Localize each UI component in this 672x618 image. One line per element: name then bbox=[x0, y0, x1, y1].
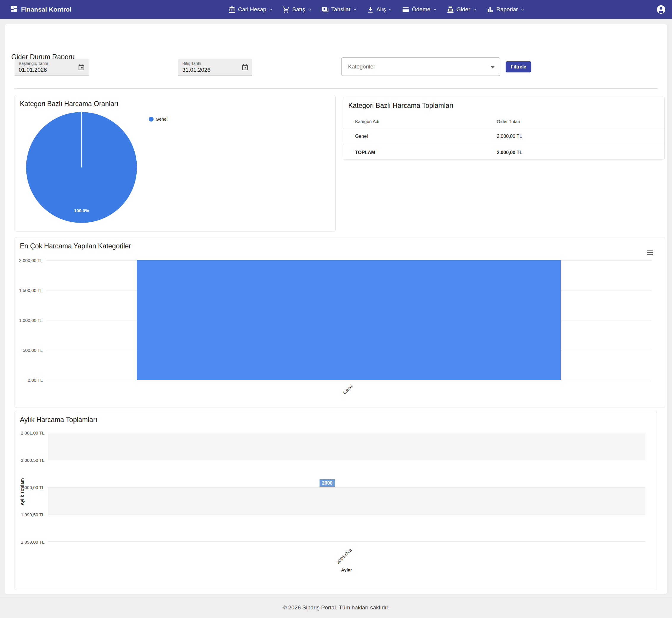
payments-icon bbox=[321, 6, 329, 13]
chevron-down-icon bbox=[473, 7, 477, 12]
table-cell: 2.000,00 TL bbox=[497, 134, 664, 139]
line-chart-title: Aylık Harcama Toplamları bbox=[20, 416, 97, 424]
category-totals-table: Kategori Adı Gider Tutarı Genel 2.000,00… bbox=[343, 115, 664, 161]
categories-placeholder: Kategoriler bbox=[348, 64, 375, 70]
nav-item-label: Tahsilat bbox=[331, 6, 350, 13]
category-totals-card: Kategori Bazlı Harcama Toplamları Katego… bbox=[343, 97, 665, 160]
calendar-icon[interactable] bbox=[78, 64, 85, 71]
credit-card-icon bbox=[402, 6, 409, 13]
plot-band bbox=[48, 487, 645, 515]
start-date-field[interactable]: Başlangıç Tarihi 01.01.2026 bbox=[14, 59, 89, 76]
category-totals-title: Kategori Bazlı Harcama Toplamları bbox=[348, 102, 454, 110]
y-axis-title: Aylık Toplam bbox=[19, 478, 25, 505]
column-header: Kategori Adı bbox=[343, 119, 497, 124]
y-axis-tick: 1.000,00 TL bbox=[15, 318, 43, 323]
data-point-label[interactable]: 2000 bbox=[319, 479, 335, 487]
nav-item-cari-hesap[interactable]: Cari Hesap bbox=[228, 6, 273, 13]
nav-menu: Cari Hesap Satış Tahsilat Alış Ödeme Gid… bbox=[228, 0, 525, 19]
end-date-field[interactable]: Bitiş Tarihi 31.01.2026 bbox=[178, 59, 252, 76]
nav-item-label: Alış bbox=[376, 6, 386, 13]
end-date-label: Bitiş Tarihi bbox=[182, 61, 248, 66]
table-cell: Genel bbox=[343, 134, 497, 139]
line-chart-card: Aylık Harcama Toplamları Aylık Toplam 20… bbox=[14, 411, 657, 590]
dashboard-icon bbox=[10, 5, 18, 14]
legend-label: Genel bbox=[156, 116, 168, 121]
nav-item-raporlar[interactable]: Raporlar bbox=[486, 6, 525, 13]
account-circle-icon[interactable] bbox=[656, 4, 666, 14]
nav-item-alis[interactable]: Alış bbox=[367, 6, 393, 13]
start-date-value: 01.01.2026 bbox=[19, 67, 85, 73]
filter-button[interactable]: Filtrele bbox=[506, 61, 531, 72]
pie-chart-title: Kategori Bazlı Harcama Oranları bbox=[20, 100, 118, 108]
pie-chart-card: Kategori Bazlı Harcama Oranları 100.0% G… bbox=[14, 95, 335, 231]
y-axis-tick: 1.500,00 TL bbox=[15, 288, 43, 293]
plot-band bbox=[48, 433, 645, 460]
main-content: Gider Durum Raporu Başlangıç Tarihi 01.0… bbox=[5, 24, 667, 595]
bar-genel[interactable] bbox=[137, 260, 561, 380]
table-total-value: 2.000,00 TL bbox=[497, 150, 664, 155]
y-axis-tick: 0,00 TL bbox=[15, 378, 43, 383]
nav-item-label: Satış bbox=[292, 6, 305, 13]
x-axis-tick: Genel bbox=[329, 383, 354, 408]
y-axis-tick: 500,00 TL bbox=[15, 348, 43, 353]
table-total-label: TOPLAM bbox=[343, 150, 497, 155]
section-divider bbox=[14, 88, 658, 89]
download-icon bbox=[367, 6, 374, 13]
pie-slice-label: 100.0% bbox=[67, 208, 96, 213]
y-axis-tick: 2.000,00 TL bbox=[15, 485, 44, 490]
legend-dot bbox=[149, 117, 154, 121]
nav-item-tahsilat[interactable]: Tahsilat bbox=[321, 6, 357, 13]
x-axis-line bbox=[48, 541, 645, 542]
table-row: Genel 2.000,00 TL bbox=[343, 128, 664, 144]
nav-item-label: Ödeme bbox=[412, 6, 430, 13]
dropdown-arrow-icon bbox=[491, 66, 495, 69]
nav-item-odeme[interactable]: Ödeme bbox=[402, 6, 437, 13]
categories-select[interactable]: Kategoriler bbox=[341, 58, 500, 76]
y-axis-tick: 2.000,00 TL bbox=[15, 258, 43, 263]
nav-item-label: Cari Hesap bbox=[238, 6, 266, 13]
bar-chart-icon bbox=[486, 6, 494, 13]
chevron-down-icon bbox=[388, 7, 392, 12]
nav-item-label: Raporlar bbox=[496, 6, 518, 13]
y-axis-tick: 1.999,00 TL bbox=[15, 539, 44, 544]
y-axis-tick: 2.000,50 TL bbox=[15, 457, 44, 463]
chevron-down-icon bbox=[433, 7, 437, 12]
pie-legend: Genel bbox=[149, 116, 168, 121]
footer: © 2026 Sipariş Portal. Tüm hakları saklı… bbox=[0, 596, 672, 618]
nav-item-label: Gider bbox=[457, 6, 470, 13]
chevron-down-icon bbox=[307, 7, 312, 12]
pos-icon bbox=[447, 6, 454, 13]
chevron-down-icon bbox=[269, 7, 273, 12]
chart-menu-icon[interactable] bbox=[647, 250, 653, 255]
cart-icon bbox=[283, 6, 290, 13]
start-date-label: Başlangıç Tarihi bbox=[19, 61, 85, 66]
y-axis-tick: 1.999,50 TL bbox=[15, 512, 44, 517]
top-nav-bar: Finansal Kontrol Cari Hesap Satış Tahsil… bbox=[0, 0, 672, 19]
chevron-down-icon bbox=[353, 7, 357, 12]
calendar-icon[interactable] bbox=[241, 64, 249, 71]
bank-icon bbox=[228, 6, 236, 13]
gridline bbox=[46, 380, 652, 380]
gridline bbox=[48, 515, 645, 515]
nav-item-gider[interactable]: Gider bbox=[447, 6, 477, 13]
chevron-down-icon bbox=[520, 7, 525, 12]
bar-chart-card: En Çok Harcama Yapılan Kategoriler 2.000… bbox=[14, 237, 665, 408]
table-total-row: TOPLAM 2.000,00 TL bbox=[343, 144, 664, 161]
nav-item-satis[interactable]: Satış bbox=[283, 6, 312, 13]
line-chart-plot: 2000 bbox=[48, 433, 645, 542]
end-date-value: 31.01.2026 bbox=[182, 67, 248, 73]
y-axis-tick: 2.001,00 TL bbox=[15, 430, 44, 435]
table-header-row: Kategori Adı Gider Tutarı bbox=[343, 115, 664, 128]
brand: Finansal Kontrol bbox=[10, 0, 72, 19]
brand-title: Finansal Kontrol bbox=[21, 6, 72, 13]
footer-text: © 2026 Sipariş Portal. Tüm hakları saklı… bbox=[0, 604, 672, 611]
bar-chart-title: En Çok Harcama Yapılan Kategoriler bbox=[20, 242, 131, 250]
column-header: Gider Tutarı bbox=[497, 119, 664, 124]
x-axis-title: Aylar bbox=[317, 567, 376, 573]
gridline bbox=[48, 487, 645, 488]
gridline bbox=[48, 433, 645, 433]
pie-slice-border bbox=[81, 112, 82, 168]
